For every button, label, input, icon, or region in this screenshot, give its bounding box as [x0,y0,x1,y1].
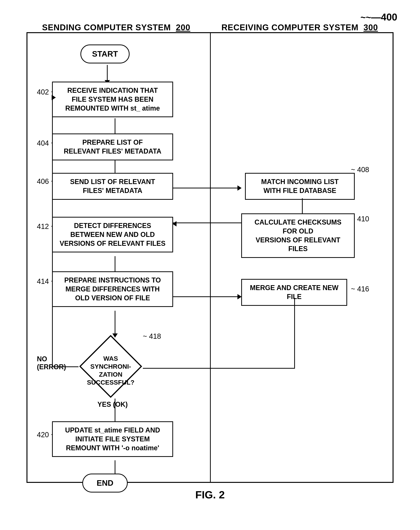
no-error-hline [52,366,79,367]
box-414: PREPARE INSTRUCTIONS TOMERGE DIFFERENCES… [52,271,173,307]
end-oval: END [82,473,128,492]
arrow-start-to-402 [105,65,110,84]
no-error-arrow-to-402 [52,95,56,100]
arrow-410-to-412-hline [173,222,241,223]
start-oval: START [80,44,130,63]
fig-caption: FIG. 2 [15,488,405,501]
arrow-414-to-416 [173,294,242,299]
box-408: MATCH INCOMING LISTWITH FILE DATABASE [245,173,355,200]
left-column-header: SENDING COMPUTER SYSTEM 200 [42,23,190,32]
step-418-label: ~ 418 [143,332,161,340]
vertical-divider [210,33,211,482]
diamond-418: WAS SYNCHRONI- ZATION SUCCESSFUL? [79,334,143,398]
arrow-410-to-412 [172,221,177,226]
figure-400-label: ~~—400 [360,11,397,23]
arrow-406-to-408 [173,185,242,191]
no-error-vline [52,92,53,367]
box-412: DETECT DIFFERENCESBETWEEN NEW AND OLDVER… [52,217,173,252]
diagram-outer: START 402 ~ RECEIVE INDICATION THATFILE … [27,32,393,483]
step-416-label: ~ 416 [351,285,369,293]
right-column-header: RECEIVING COMPUTER SYSTEM 300 [222,23,378,32]
arrow-414-to-418 [112,311,118,338]
box-404: PREPARE LIST OFRELEVANT FILES' METADATA [52,133,173,160]
box-410: CALCULATE CHECKSUMS FOR OLDVERSIONS OF R… [241,213,355,258]
line-416-to-diamond-h [143,368,295,369]
box-402: RECEIVE INDICATION THATFILE SYSTEM HAS B… [52,82,173,117]
svg-text:SYNCHRONI-: SYNCHRONI- [90,363,131,370]
column-headers: SENDING COMPUTER SYSTEM 200 RECEIVING CO… [15,23,405,32]
svg-text:WAS: WAS [103,355,118,362]
svg-text:SUCCESSFUL?: SUCCESSFUL? [87,379,134,386]
step-408-label: ~ 408 [351,166,369,174]
box-420: UPDATE st_atime FIELD ANDINITIATE FILE S… [52,421,173,457]
svg-text:ZATION: ZATION [99,371,122,378]
page-container: ~~—400 SENDING COMPUTER SYSTEM 200 RECEI… [0,0,420,530]
box-406: SEND LIST OF RELEVANTFILES' METADATA [52,173,173,200]
no-error-label: NO(ERROR) [37,355,66,371]
line-416-to-diamond [294,298,295,368]
